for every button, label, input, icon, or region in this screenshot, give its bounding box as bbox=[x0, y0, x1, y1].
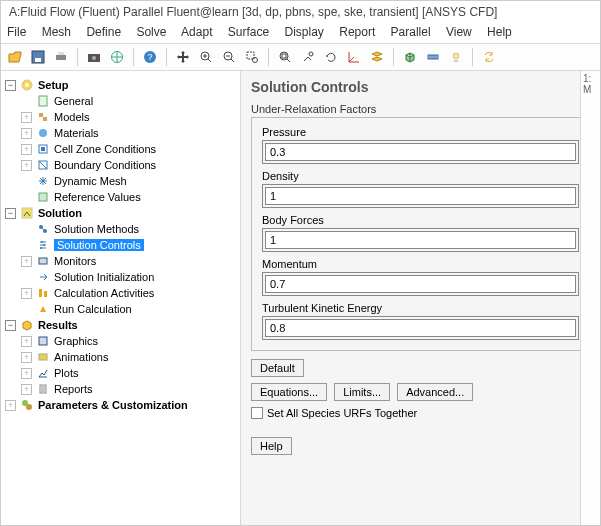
tree-czc[interactable]: Cell Zone Conditions bbox=[54, 143, 156, 155]
collapse-icon[interactable]: − bbox=[5, 80, 16, 91]
menu-file[interactable]: File bbox=[7, 25, 26, 39]
expand-icon[interactable]: + bbox=[21, 160, 32, 171]
tree-ca[interactable]: Calculation Activities bbox=[54, 287, 154, 299]
sync-icon[interactable] bbox=[479, 47, 499, 67]
tree-results[interactable]: Results bbox=[38, 319, 78, 331]
advanced-button[interactable]: Advanced... bbox=[397, 383, 473, 401]
menu-display[interactable]: Display bbox=[285, 25, 324, 39]
menu-mesh[interactable]: Mesh bbox=[42, 25, 71, 39]
collapse-icon[interactable]: − bbox=[5, 208, 16, 219]
menu-view[interactable]: View bbox=[446, 25, 472, 39]
zoom-box-icon[interactable] bbox=[242, 47, 262, 67]
default-button[interactable]: Default bbox=[251, 359, 304, 377]
svg-rect-27 bbox=[39, 193, 47, 201]
menu-surface[interactable]: Surface bbox=[228, 25, 269, 39]
menu-parallel[interactable]: Parallel bbox=[391, 25, 431, 39]
tree-models[interactable]: Models bbox=[54, 111, 89, 123]
tree-solution[interactable]: Solution bbox=[38, 207, 82, 219]
expand-icon[interactable]: + bbox=[21, 288, 32, 299]
limits-button[interactable]: Limits... bbox=[334, 383, 390, 401]
light-icon[interactable] bbox=[446, 47, 466, 67]
menubar: File Mesh Define Solve Adapt Surface Dis… bbox=[1, 23, 600, 43]
rotate-icon[interactable] bbox=[321, 47, 341, 67]
measure-icon[interactable] bbox=[423, 47, 443, 67]
activities-icon bbox=[36, 286, 50, 300]
open-icon[interactable] bbox=[5, 47, 25, 67]
tree-plots[interactable]: Plots bbox=[54, 367, 78, 379]
values-icon bbox=[36, 190, 50, 204]
expand-icon[interactable]: + bbox=[21, 352, 32, 363]
fit-icon[interactable] bbox=[275, 47, 295, 67]
expand-icon[interactable]: + bbox=[21, 384, 32, 395]
menu-adapt[interactable]: Adapt bbox=[181, 25, 212, 39]
svg-rect-36 bbox=[44, 291, 47, 297]
tree-setup[interactable]: Setup bbox=[38, 79, 69, 91]
expand-icon[interactable]: + bbox=[21, 336, 32, 347]
density-label: Density bbox=[262, 170, 579, 182]
svg-rect-21 bbox=[39, 113, 43, 117]
tree-rv[interactable]: Reference Values bbox=[54, 191, 141, 203]
toolbar: ? bbox=[1, 43, 600, 71]
svg-point-17 bbox=[453, 53, 459, 59]
monitors-icon bbox=[36, 254, 50, 268]
menu-help[interactable]: Help bbox=[487, 25, 512, 39]
zoom-in-icon[interactable] bbox=[196, 47, 216, 67]
controls-icon bbox=[36, 238, 50, 252]
tree-bc[interactable]: Boundary Conditions bbox=[54, 159, 156, 171]
momentum-input[interactable]: 0.7 bbox=[265, 275, 576, 293]
collapse-icon[interactable]: − bbox=[5, 320, 16, 331]
save-icon[interactable] bbox=[28, 47, 48, 67]
momentum-label: Momentum bbox=[262, 258, 579, 270]
urf-group: Pressure 0.3 Density 1 Body Forces 1 Mom… bbox=[251, 117, 590, 351]
equations-button[interactable]: Equations... bbox=[251, 383, 327, 401]
tree-si[interactable]: Solution Initialization bbox=[54, 271, 154, 283]
tree-materials[interactable]: Materials bbox=[54, 127, 99, 139]
svg-point-15 bbox=[309, 52, 313, 56]
expand-icon[interactable]: + bbox=[21, 128, 32, 139]
tree-rep[interactable]: Reports bbox=[54, 383, 93, 395]
svg-rect-28 bbox=[22, 208, 32, 218]
tree-general[interactable]: General bbox=[54, 95, 93, 107]
species-urf-checkbox[interactable] bbox=[251, 407, 263, 419]
help-button[interactable]: Help bbox=[251, 437, 292, 455]
cube-icon[interactable] bbox=[400, 47, 420, 67]
axis-icon[interactable] bbox=[344, 47, 364, 67]
zoom-out-icon[interactable] bbox=[219, 47, 239, 67]
expand-icon[interactable]: + bbox=[21, 144, 32, 155]
tree-sc[interactable]: Solution Controls bbox=[54, 239, 144, 251]
print-icon[interactable] bbox=[51, 47, 71, 67]
tree-mon[interactable]: Monitors bbox=[54, 255, 96, 267]
tke-input[interactable]: 0.8 bbox=[265, 319, 576, 337]
layers-icon[interactable] bbox=[367, 47, 387, 67]
help-icon[interactable]: ? bbox=[140, 47, 160, 67]
menu-define[interactable]: Define bbox=[86, 25, 121, 39]
results-icon bbox=[20, 318, 34, 332]
camera-icon[interactable] bbox=[84, 47, 104, 67]
globe-icon[interactable] bbox=[107, 47, 127, 67]
svg-point-41 bbox=[26, 404, 32, 410]
tree-dm[interactable]: Dynamic Mesh bbox=[54, 175, 127, 187]
expand-icon[interactable]: + bbox=[21, 112, 32, 123]
reports-icon bbox=[36, 382, 50, 396]
tree-sm[interactable]: Solution Methods bbox=[54, 223, 139, 235]
expand-icon[interactable]: + bbox=[5, 400, 16, 411]
expand-icon[interactable]: + bbox=[21, 368, 32, 379]
graphics-tab[interactable]: 1: M bbox=[580, 71, 600, 526]
probe-icon[interactable] bbox=[298, 47, 318, 67]
menu-report[interactable]: Report bbox=[339, 25, 375, 39]
tree-gfx[interactable]: Graphics bbox=[54, 335, 98, 347]
tree-rc[interactable]: Run Calculation bbox=[54, 303, 132, 315]
expand-icon[interactable]: + bbox=[21, 256, 32, 267]
group-label: Under-Relaxation Factors bbox=[251, 103, 590, 115]
tree-pc[interactable]: Parameters & Customization bbox=[38, 399, 188, 411]
separator bbox=[166, 48, 167, 66]
tree-anim[interactable]: Animations bbox=[54, 351, 108, 363]
outline-tree[interactable]: −Setup General +Models +Materials +Cell … bbox=[1, 71, 241, 526]
svg-point-31 bbox=[41, 241, 43, 243]
pan-icon[interactable] bbox=[173, 47, 193, 67]
density-input[interactable]: 1 bbox=[265, 187, 576, 205]
menu-solve[interactable]: Solve bbox=[136, 25, 166, 39]
body-forces-input[interactable]: 1 bbox=[265, 231, 576, 249]
pressure-input[interactable]: 0.3 bbox=[265, 143, 576, 161]
svg-rect-14 bbox=[282, 54, 286, 58]
